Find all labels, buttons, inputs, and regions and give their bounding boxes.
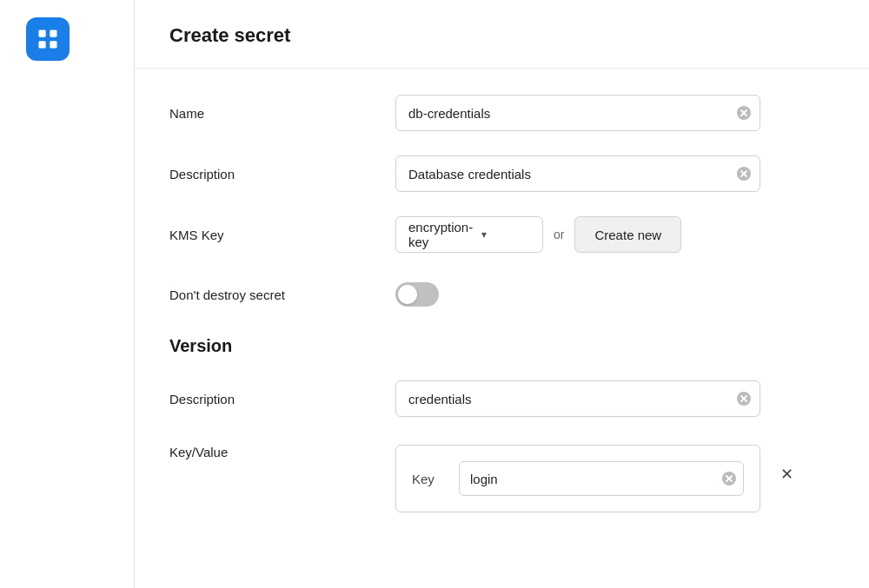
dont-destroy-label: Don't destroy secret (169, 287, 395, 302)
version-description-input-wrapper (395, 380, 760, 417)
main-content: Create secret Name (135, 0, 869, 588)
description-row: Description (169, 155, 834, 192)
key-clear-button[interactable] (721, 471, 737, 486)
dont-destroy-toggle[interactable] (395, 282, 439, 307)
form-area: Name Description (135, 69, 869, 563)
version-description-clear-button[interactable] (736, 391, 752, 406)
name-clear-icon (737, 106, 751, 120)
dont-destroy-row: Don't destroy secret (169, 277, 834, 312)
app-logo-icon (26, 17, 70, 61)
name-input[interactable] (395, 95, 760, 131)
key-value-label: Key/Value (169, 445, 395, 459)
sidebar (0, 0, 135, 588)
logo-svg (36, 27, 60, 51)
toggle-slider (395, 282, 439, 307)
key-value-close-button[interactable]: ✕ (774, 462, 799, 486)
description-label: Description (169, 167, 395, 182)
dont-destroy-control (395, 282, 834, 307)
create-new-button[interactable]: Create new (574, 216, 681, 253)
key-value-row: Key/Value Key (169, 441, 834, 512)
key-clear-icon (722, 472, 736, 486)
name-control (395, 95, 834, 131)
description-clear-icon (737, 167, 751, 181)
version-section-title: Version (169, 336, 834, 356)
kms-label: KMS Key (169, 228, 395, 242)
description-clear-button[interactable] (736, 166, 752, 182)
svg-rect-0 (39, 30, 46, 37)
version-description-row: Description (169, 380, 834, 417)
chevron-down-icon: ▾ (481, 228, 530, 241)
description-input[interactable] (395, 155, 760, 192)
name-label: Name (169, 106, 395, 121)
version-description-label: Description (169, 392, 395, 406)
version-description-input[interactable] (395, 380, 760, 417)
svg-rect-2 (39, 41, 46, 48)
kms-key-value: encryption-key (408, 220, 473, 249)
key-input[interactable] (459, 461, 744, 496)
version-description-clear-icon (737, 392, 751, 406)
description-input-wrapper (395, 155, 760, 192)
kms-row: KMS Key encryption-key ▾ or Create new (169, 216, 834, 253)
description-control (395, 155, 834, 192)
key-value-inner-row: Key (412, 461, 744, 496)
name-clear-button[interactable] (736, 105, 752, 121)
toggle-wrapper (395, 282, 439, 307)
svg-rect-3 (50, 41, 56, 48)
kms-key-dropdown[interactable]: encryption-key ▾ (395, 216, 543, 253)
key-value-box: Key (395, 445, 760, 512)
svg-rect-1 (50, 30, 56, 37)
key-value-control: Key (395, 445, 834, 512)
key-label: Key (412, 472, 447, 486)
name-row: Name (169, 95, 834, 131)
or-text: or (554, 228, 564, 241)
kms-control: encryption-key ▾ or Create new (395, 216, 834, 253)
version-description-control (395, 380, 834, 417)
key-input-wrapper (459, 461, 744, 496)
key-value-area: Key (395, 445, 760, 512)
kms-row-inner: encryption-key ▾ or Create new (395, 216, 681, 253)
name-input-wrapper (395, 95, 760, 131)
page-title: Create secret (169, 24, 834, 47)
page-header: Create secret (135, 0, 869, 69)
